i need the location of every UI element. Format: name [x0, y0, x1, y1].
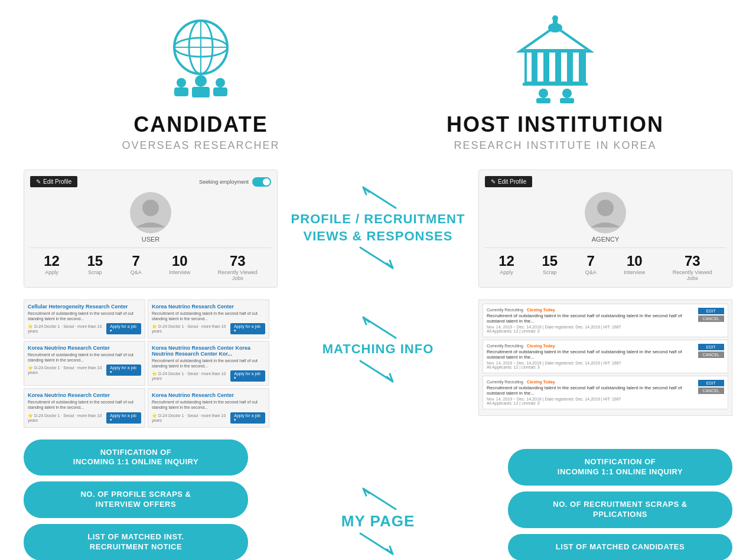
job-card-4: Korea Neutrino Research Center Korea Neu… — [148, 341, 269, 386]
candidate-subtitle: OVERSEAS RESEARCHER — [122, 139, 279, 152]
candidate-avatar — [130, 192, 171, 233]
candidate-buttons-col: NOTIFICATION OFINCOMING 1:1 ONLINE INQUI… — [24, 439, 248, 560]
main-container: CANDIDATE OVERSEAS RESEARCHER — [0, 0, 756, 560]
apply-btn-1[interactable]: Apply for a job ▾ — [106, 323, 141, 334]
matching-label: MATCHING INFO — [322, 341, 434, 358]
svg-rect-22 — [560, 98, 574, 103]
stat-scrap-host: 15 Scrap — [542, 253, 558, 281]
stat-interview-host: 10 Interview — [624, 253, 645, 281]
top-section: CANDIDATE OVERSEAS RESEARCHER — [0, 0, 756, 152]
inst-edit-btn-3[interactable]: EDIT — [698, 380, 724, 386]
stat-viewed-host: 73 Recently ViewedJobs — [673, 253, 712, 281]
profile-section: ✎ Edit Profile Seeking employment USER 1… — [0, 152, 756, 294]
arrow-left-up — [354, 181, 402, 211]
svg-point-27 — [597, 200, 614, 216]
svg-rect-15 — [555, 51, 561, 83]
mypage-label: MY PAGE — [341, 512, 415, 530]
svg-rect-6 — [192, 87, 210, 97]
host-title: HOST INSTITUTION — [447, 112, 664, 137]
host-agency-label: AGENCY — [485, 236, 726, 243]
candidate-stats-row: 12 Apply 15 Scrap 7 Q&A 10 Interview 73 — [30, 248, 271, 281]
host-subtitle: RESEARCH INSTITUTE IN KOREA — [454, 139, 656, 152]
profile-recruitment-label: PROFILE / RECRUITMENT VIEWS & RESPONSES — [291, 211, 465, 245]
inst-cancel-btn-2[interactable]: CANCEL — [698, 351, 724, 358]
svg-point-9 — [216, 78, 225, 87]
svg-rect-16 — [567, 51, 573, 83]
candidate-title: CANDIDATE — [133, 112, 268, 137]
stat-qa-host: 7 Q&A — [585, 253, 597, 281]
seeking-toggle: Seeking employment — [199, 177, 271, 187]
svg-point-5 — [195, 75, 207, 87]
inst-cancel-btn-1[interactable]: CANCEL — [698, 315, 724, 322]
svg-rect-8 — [174, 87, 188, 96]
candidate-user-label: USER — [30, 236, 271, 243]
stat-apply-host: 12 Apply — [498, 253, 514, 281]
apply-btn-3[interactable]: Apply for a job ▾ — [106, 364, 141, 376]
host-svg-icon — [511, 15, 599, 103]
matching-center-label: MATCHING INFO — [289, 311, 467, 388]
job-card-3: Korea Neutrino Research Center Recruitme… — [24, 341, 145, 386]
svg-rect-20 — [536, 98, 550, 103]
candidate-profile-card: ✎ Edit Profile Seeking employment USER 1… — [24, 170, 278, 288]
svg-rect-18 — [523, 83, 588, 86]
host-inst-listings: Currently Recruiting Closing Today Recru… — [478, 299, 732, 416]
candidate-btn-inquiry[interactable]: NOTIFICATION OFINCOMING 1:1 ONLINE INQUI… — [24, 439, 248, 476]
job-card-5: Korea Neutrino Research Center Recruitme… — [24, 388, 145, 427]
svg-point-21 — [562, 89, 572, 98]
stat-scrap-candidate: 15 Scrap — [87, 253, 103, 281]
host-icon — [508, 12, 602, 106]
inst-job-2: Currently Recruiting Closing Today Recru… — [483, 340, 728, 373]
svg-rect-10 — [213, 87, 227, 96]
host-column: HOST INSTITUTION RESEARCH INSTITUTE IN K… — [425, 12, 685, 152]
svg-point-7 — [177, 78, 186, 87]
stat-apply-candidate: 12 Apply — [44, 253, 60, 281]
arrow-matching-right — [354, 358, 402, 388]
apply-btn-2[interactable]: Apply for a job ▾ — [230, 323, 265, 334]
svg-rect-13 — [532, 51, 537, 83]
stat-qa-candidate: 7 Q&A — [131, 253, 142, 281]
inst-edit-btn-1[interactable]: EDIT — [698, 308, 724, 314]
svg-point-25 — [552, 15, 558, 21]
host-profile-card: ✎ Edit Profile AGENCY 12 Apply 15 Scrap — [478, 170, 732, 288]
stat-interview-candidate: 10 Interview — [169, 253, 190, 281]
arrow-right-down — [354, 245, 402, 274]
inst-job-3: Currently Recruiting Closing Today Recru… — [483, 376, 728, 409]
job-card-1: Cellular Heterogeneity Research Center R… — [24, 299, 145, 338]
svg-point-26 — [142, 200, 159, 216]
host-stats-row: 12 Apply 15 Scrap 7 Q&A 10 Interview 73 — [485, 248, 726, 281]
candidate-icon — [154, 12, 248, 106]
bottom-section: NOTIFICATION OFINCOMING 1:1 ONLINE INQUI… — [0, 434, 756, 560]
profile-center-label: PROFILE / RECRUITMENT VIEWS & RESPONSES — [289, 181, 467, 274]
host-avatar — [585, 192, 626, 233]
candidate-edit-profile-btn[interactable]: ✎ Edit Profile — [30, 176, 77, 187]
host-btn-recruitment-scraps[interactable]: NO. OF RECRUITMENT SCRAPS &PPLICATIONS — [508, 491, 732, 528]
candidate-job-listings: Cellular Heterogeneity Research Center R… — [24, 299, 278, 428]
apply-btn-4[interactable]: Apply for a job ▾ — [230, 370, 265, 382]
inst-edit-btn-2[interactable]: EDIT — [698, 344, 724, 350]
apply-btn-5[interactable]: Apply for a job ▾ — [106, 412, 141, 424]
inst-cancel-btn-3[interactable]: CANCEL — [698, 388, 724, 394]
stat-viewed-candidate: 73 Recently ViewedJobs — [218, 253, 258, 281]
svg-rect-17 — [579, 51, 585, 83]
host-btn-matched-candidates[interactable]: LIST OF MATCHED CANDIDATES — [508, 534, 732, 560]
job-card-2: Korea Neutrino Research Center Recruitme… — [148, 299, 269, 338]
host-edit-profile-btn[interactable]: ✎ Edit Profile — [485, 176, 532, 187]
seeking-toggle-pill[interactable] — [252, 177, 271, 187]
candidate-btn-scraps[interactable]: NO. OF PROFILE SCRAPS &INTERVIEW OFFERS — [24, 481, 248, 518]
arrow-matching-left — [354, 311, 402, 341]
arrow-mypage-left — [354, 483, 402, 512]
svg-point-19 — [539, 89, 548, 98]
arrow-mypage-right — [354, 530, 402, 560]
host-btn-inquiry[interactable]: NOTIFICATION OFINCOMING 1:1 ONLINE INQUI… — [508, 449, 732, 486]
candidate-btn-matched[interactable]: LIST OF MATCHED INST.RECRUITMENT NOTICE — [24, 524, 248, 560]
matching-section: Cellular Heterogeneity Research Center R… — [0, 294, 756, 434]
host-buttons-col: NOTIFICATION OFINCOMING 1:1 ONLINE INQUI… — [508, 449, 732, 560]
svg-rect-14 — [543, 51, 549, 83]
candidate-column: CANDIDATE OVERSEAS RESEARCHER — [71, 12, 331, 152]
job-card-6: Korea Neutrino Research Center Recruitme… — [148, 388, 269, 427]
inst-job-1: Currently Recruiting Closing Today Recru… — [483, 304, 728, 337]
candidate-svg-icon — [157, 15, 245, 103]
mypage-center: MY PAGE — [289, 483, 467, 560]
apply-btn-6[interactable]: Apply for a job ▾ — [230, 412, 265, 424]
